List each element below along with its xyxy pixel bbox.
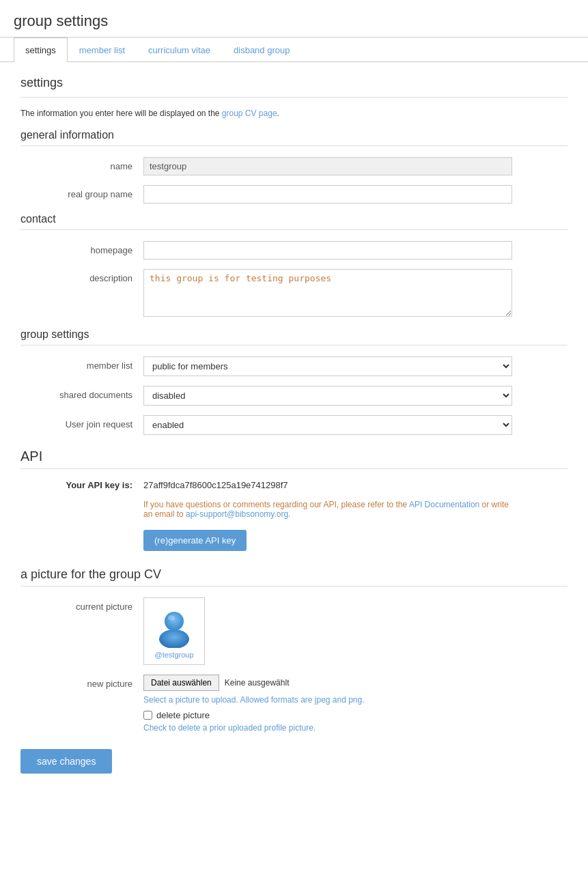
avatar-label: @testgroup — [150, 651, 199, 659]
user-join-request-select-wrapper: enabled disabled — [143, 415, 512, 435]
group-settings-title: group settings — [20, 328, 568, 345]
info-suffix: . — [277, 109, 279, 118]
choose-file-button[interactable]: Datei auswählen — [143, 675, 219, 691]
tab-bar: settings member list curriculum vitae di… — [0, 38, 588, 62]
page-header: group settings — [0, 0, 588, 38]
new-picture-content: Datei auswählen Keine ausgewählt Select … — [143, 675, 568, 733]
description-label: description — [20, 269, 143, 283]
current-picture-row: current picture — [20, 597, 568, 665]
group-settings-section: group settings member list public for me… — [20, 328, 568, 435]
avatar-icon — [154, 604, 195, 648]
name-label: name — [20, 157, 143, 171]
group-cv-link[interactable]: group CV page — [222, 109, 277, 118]
api-description: If you have questions or comments regard… — [143, 500, 512, 519]
svg-point-1 — [165, 612, 184, 631]
description-textarea[interactable]: this group is for testing purposes — [143, 269, 512, 317]
homepage-label: homepage — [20, 241, 143, 255]
info-prefix: The information you enter here will be d… — [20, 109, 222, 118]
main-content: settings The information you enter here … — [0, 62, 588, 787]
api-desc-text: If you have questions or comments regard… — [143, 500, 409, 509]
delete-picture-row: delete picture — [143, 710, 568, 720]
description-input-wrapper: this group is for testing purposes — [143, 269, 512, 319]
picture-section: a picture for the group CV current pictu… — [20, 567, 568, 733]
shared-documents-row: shared documents disabled enabled — [20, 386, 568, 406]
generate-api-key-button[interactable]: (re)generate API key — [143, 530, 247, 551]
homepage-input[interactable] — [143, 241, 512, 259]
shared-documents-select[interactable]: disabled enabled — [143, 386, 512, 406]
homepage-row: homepage — [20, 241, 568, 259]
general-info-title: general information — [20, 129, 568, 146]
api-key-value: 27aff9fdca7f8600c125a19e741298f7 — [143, 480, 288, 490]
user-join-request-select[interactable]: enabled disabled — [143, 415, 512, 435]
save-btn-row: save changes — [20, 749, 568, 774]
real-group-name-input[interactable] — [143, 185, 512, 203]
member-list-label: member list — [20, 356, 143, 371]
settings-section-title: settings — [20, 76, 568, 90]
description-row: description this group is for testing pu… — [20, 269, 568, 319]
current-picture-label: current picture — [20, 597, 143, 612]
svg-point-0 — [159, 630, 189, 648]
api-key-label: Your API key is: — [20, 480, 143, 490]
contact-title: contact — [20, 213, 568, 230]
new-picture-row: new picture Datei auswählen Keine ausgew… — [20, 675, 568, 733]
api-doc-link[interactable]: API Documentation — [409, 500, 479, 509]
svg-point-2 — [168, 615, 175, 621]
user-join-request-row: User join request enabled disabled — [20, 415, 568, 435]
avatar-box: @testgroup — [143, 597, 205, 665]
upload-hint-text: Select a picture to upload. Allowed form… — [143, 695, 568, 705]
name-input-wrapper — [143, 157, 512, 175]
new-picture-label: new picture — [20, 675, 143, 689]
shared-documents-select-wrapper: disabled enabled — [143, 386, 512, 406]
member-list-row: member list public for members public pr… — [20, 356, 568, 376]
save-changes-button[interactable]: save changes — [20, 749, 112, 774]
file-input-row: Datei auswählen Keine ausgewählt — [143, 675, 568, 691]
api-key-row: Your API key is: 27aff9fdca7f8600c125a19… — [20, 480, 568, 490]
delete-picture-label: delete picture — [156, 710, 210, 720]
member-list-select-wrapper: public for members public private — [143, 356, 512, 376]
tab-settings[interactable]: settings — [14, 38, 68, 62]
settings-section: settings The information you enter here … — [20, 76, 568, 203]
tab-curriculum-vitae[interactable]: curriculum vitae — [137, 38, 222, 62]
current-picture-content: @testgroup — [143, 597, 568, 665]
real-group-name-label: real group name — [20, 185, 143, 199]
api-section-title: API — [20, 449, 568, 469]
tab-disband-group[interactable]: disband group — [222, 38, 301, 62]
file-name-text: Keine ausgewählt — [225, 678, 290, 688]
tab-member-list[interactable]: member list — [68, 38, 137, 62]
name-input[interactable] — [143, 157, 512, 175]
contact-section: contact homepage description this group … — [20, 213, 568, 319]
homepage-input-wrapper — [143, 241, 512, 259]
picture-section-title: a picture for the group CV — [20, 567, 568, 587]
name-row: name — [20, 157, 568, 175]
info-text: The information you enter here will be d… — [20, 109, 568, 118]
page-title: group settings — [14, 12, 574, 30]
real-group-name-row: real group name — [20, 185, 568, 203]
member-list-select[interactable]: public for members public private — [143, 356, 512, 376]
delete-picture-checkbox[interactable] — [143, 711, 152, 720]
user-join-request-label: User join request — [20, 415, 143, 429]
api-desc-end: . — [288, 509, 290, 519]
api-section: API Your API key is: 27aff9fdca7f8600c12… — [20, 449, 568, 551]
shared-documents-label: shared documents — [20, 386, 143, 400]
delete-hint-text: Check to delete a prior uploaded profile… — [143, 723, 568, 733]
api-email-link[interactable]: api-support@bibsonomy.org — [186, 509, 288, 519]
real-group-name-input-wrapper — [143, 185, 512, 203]
